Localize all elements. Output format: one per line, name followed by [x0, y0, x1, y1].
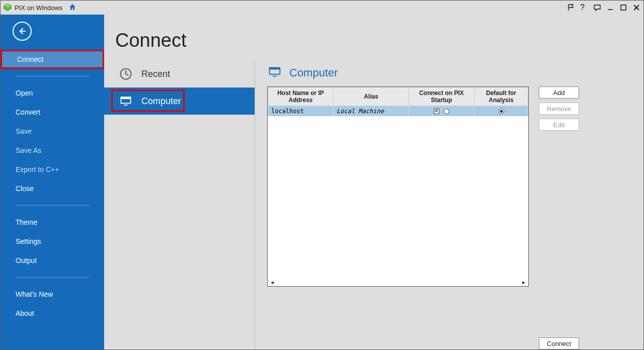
monitor-icon: [267, 64, 282, 81]
svg-rect-8: [121, 97, 130, 99]
startup-radio[interactable]: [444, 109, 449, 114]
minimize-button[interactable]: [606, 4, 614, 12]
col-default[interactable]: Default for Analysis: [474, 88, 528, 106]
sidebar-item-label: Connect: [17, 55, 43, 63]
feedback-icon[interactable]: [593, 4, 601, 12]
nav-label: Computer: [141, 96, 181, 107]
nav-computer[interactable]: Computer: [104, 88, 255, 115]
sidebar-item-label: Settings: [16, 237, 41, 245]
startup-checkbox[interactable]: [434, 109, 439, 114]
window-frame: PIX on Windows ?: [0, 0, 644, 350]
edit-button: Edit: [539, 119, 579, 131]
nav-label: Recent: [141, 69, 170, 79]
table-row[interactable]: localhost Local Machine: [268, 106, 528, 117]
sidebar-item-settings[interactable]: Settings: [1, 232, 104, 251]
cell-default[interactable]: [474, 106, 528, 117]
sidebar-item-convert[interactable]: Convert: [1, 103, 104, 122]
col-alias[interactable]: Alias: [334, 88, 409, 106]
default-radio[interactable]: [499, 109, 504, 114]
sidebar-item-label: What's New: [16, 290, 53, 298]
connections-table: Host Name or IP Address Alias Connect on…: [267, 86, 529, 287]
svg-rect-3: [621, 5, 626, 10]
scroll-right-icon[interactable]: ►: [521, 280, 526, 285]
sidebar-item-label: Theme: [16, 218, 38, 226]
remove-button: Remove: [539, 103, 579, 115]
col-host[interactable]: Host Name or IP Address: [268, 88, 334, 106]
title-bar: PIX on Windows ?: [1, 1, 643, 15]
close-button[interactable]: [632, 4, 640, 12]
svg-rect-11: [270, 68, 280, 70]
sidebar-item-label: Convert: [16, 108, 40, 116]
help-icon[interactable]: ?: [580, 4, 588, 12]
sidebar-item-export-cpp[interactable]: Export to C++: [1, 160, 104, 179]
clock-icon: [118, 66, 133, 81]
sidebar-item-whats-new[interactable]: What's New: [1, 285, 104, 304]
maximize-button[interactable]: [619, 4, 627, 12]
monitor-icon: [118, 94, 133, 109]
sidebar-item-label: About: [16, 309, 34, 317]
sidebar-item-label: Close: [16, 185, 34, 193]
connect-button[interactable]: Connect: [539, 337, 579, 349]
detail-pane: Computer Host Name or IP Address Alias: [255, 60, 643, 349]
sidebar-separator: [16, 205, 89, 206]
sidebar-item-output[interactable]: Output: [1, 251, 104, 270]
sidebar-item-about[interactable]: About: [1, 304, 104, 323]
sidebar-item-label: Save: [16, 127, 32, 135]
sidebar-item-theme[interactable]: Theme: [1, 213, 104, 232]
app-title: PIX on Windows: [15, 4, 62, 12]
flag-icon[interactable]: [567, 4, 575, 12]
back-button[interactable]: [13, 22, 32, 41]
col-startup[interactable]: Connect on PIX Startup: [409, 88, 474, 106]
home-icon[interactable]: [68, 3, 76, 13]
nav-recent[interactable]: Recent: [104, 60, 255, 88]
main-content: Connect Recent Comput: [104, 15, 643, 349]
sidebar-item-connect[interactable]: Connect: [1, 50, 104, 69]
app-icon: [4, 3, 12, 13]
add-button[interactable]: Add: [539, 86, 579, 99]
horizontal-scrollbar[interactable]: ◄ ►: [270, 280, 526, 285]
cell-host: localhost: [268, 106, 334, 117]
page-title: Connect: [115, 30, 643, 51]
sidebar-separator: [16, 277, 89, 278]
sidebar-item-label: Export to C++: [16, 165, 59, 173]
sidebar-item-label: Save As: [16, 146, 41, 154]
sidebar-separator: [16, 76, 89, 76]
connect-nav: Recent Computer: [104, 60, 255, 349]
sidebar-item-label: Output: [16, 256, 37, 265]
detail-title: Computer: [289, 66, 338, 79]
cell-startup[interactable]: [409, 106, 474, 117]
sidebar-item-label: Open: [16, 89, 33, 97]
cell-alias: Local Machine: [334, 106, 409, 117]
sidebar-item-open[interactable]: Open: [1, 83, 104, 103]
sidebar: Connect Open Convert Save Save As Export…: [1, 15, 104, 349]
sidebar-item-close[interactable]: Close: [1, 179, 104, 198]
sidebar-item-save[interactable]: Save: [1, 122, 104, 141]
sidebar-item-save-as[interactable]: Save As: [1, 141, 104, 160]
scroll-left-icon[interactable]: ◄: [270, 280, 275, 285]
